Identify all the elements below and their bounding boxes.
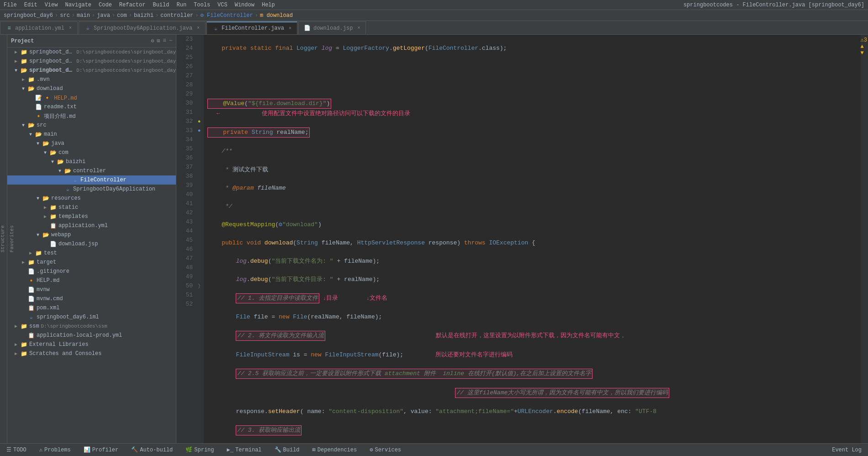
tree-item[interactable]: 📄 readme.txt xyxy=(7,102,176,111)
breadcrumb-baizhi[interactable]: baizhi xyxy=(134,12,153,19)
tree-item[interactable]: 📄 download.jsp xyxy=(7,239,176,249)
menu-tools[interactable]: Tools xyxy=(194,2,210,8)
menu-refactor[interactable]: Refactor xyxy=(119,2,146,8)
tree-item[interactable]: ▼📂 java xyxy=(7,139,176,148)
tree-item[interactable]: ▶📁 static xyxy=(7,203,176,212)
breadcrumb-main[interactable]: main xyxy=(77,12,90,19)
favorites-label[interactable]: Favorites xyxy=(9,225,15,252)
tree-item[interactable]: ▶📁 .mvn xyxy=(7,75,176,84)
breadcrumb-src[interactable]: src xyxy=(60,12,70,19)
menu-file[interactable]: File xyxy=(4,2,17,8)
tree-item[interactable]: ▼📂 com xyxy=(7,148,176,157)
menu-build[interactable]: Build xyxy=(153,2,169,8)
tree-item[interactable]: ▶📁 test xyxy=(7,249,176,258)
tree-item[interactable]: ▶📁 ssmD:\springbootcodes\ssm xyxy=(7,322,176,331)
sidebar-collapse-icon[interactable]: ≡ xyxy=(163,37,166,44)
tab-close[interactable]: × xyxy=(289,26,291,31)
menu-view[interactable]: View xyxy=(45,2,58,8)
tree-item[interactable]: ☕ SpringbootDay6Application xyxy=(7,185,176,194)
build-button[interactable]: 🔧 Build xyxy=(272,445,302,454)
menu-code[interactable]: Code xyxy=(99,2,112,8)
tab-close[interactable]: × xyxy=(69,26,72,31)
tree-item[interactable]: ▼📂 controller xyxy=(7,166,176,175)
tree-item[interactable]: ▶📁 target xyxy=(7,258,176,267)
tree-item[interactable]: ▼📂 resources xyxy=(7,194,176,203)
tab-close[interactable]: × xyxy=(357,26,360,31)
breadcrumb-com[interactable]: com xyxy=(117,12,127,19)
breadcrumb-java[interactable]: java xyxy=(97,12,110,19)
menu-window[interactable]: Window xyxy=(235,2,254,8)
code-content[interactable]: private static final Logger log = Logger… xyxy=(204,35,861,443)
tree-item[interactable]: ▼📂 main xyxy=(7,130,176,139)
dependencies-label: Dependencies xyxy=(318,447,357,453)
spring-button[interactable]: 🌿 Spring xyxy=(183,445,217,454)
profiler-label: Profiler xyxy=(92,447,119,453)
terminal-button[interactable]: ▶_ Terminal xyxy=(224,445,265,454)
spring-icon: 🌿 xyxy=(185,446,192,453)
code-area: 2324252627 28293031 32333435 36373839 40… xyxy=(176,35,868,443)
breadcrumb-project[interactable]: springboot_day6 xyxy=(4,12,53,19)
tree-item[interactable]: 📋 application.yml xyxy=(7,221,176,230)
profiler-button[interactable]: 📊 Profiler xyxy=(81,445,122,454)
project-title: springbootcodes - FileController.java [s… xyxy=(683,2,864,8)
profiler-icon: 📊 xyxy=(84,446,90,453)
todo-button[interactable]: ☰ TODO xyxy=(4,445,29,454)
terminal-icon: ▶_ xyxy=(227,446,233,453)
menu-navigate[interactable]: Navigate xyxy=(65,2,91,8)
tree-item[interactable]: ▼📂 springboot_day6D:\springbootcodes\spr… xyxy=(7,66,176,75)
tree-item[interactable]: 📝 🔸 HELP.md xyxy=(7,93,176,102)
tab-application-yml[interactable]: ≡ application.yml × xyxy=(0,21,78,34)
tab-springbootday6app[interactable]: ☕ SpringbootDay6Application.java × xyxy=(79,21,206,34)
structure-label[interactable]: Structure xyxy=(0,225,5,252)
tree-item[interactable]: ▶📁 springboot_day4D:\springbootcodes\spr… xyxy=(7,48,176,57)
tree-item[interactable]: 📄 mvnw xyxy=(7,285,176,294)
tab-label: download.jsp xyxy=(313,25,353,32)
tree-item[interactable]: ▶📁 External Libraries xyxy=(7,340,176,349)
tree-item-filecontroller[interactable]: ☕ FileController xyxy=(7,175,176,185)
java-icon: ☕ xyxy=(85,25,91,32)
tree-item[interactable]: 🔸 项目介绍.md xyxy=(7,111,176,121)
breadcrumb-file-controller[interactable]: ⚙ FileController xyxy=(201,12,253,19)
breadcrumb-method[interactable]: m download xyxy=(260,12,293,19)
tree-item[interactable]: ▶📁 templates xyxy=(7,212,176,221)
tree-item[interactable]: ▶📁 Scratches and Consoles xyxy=(7,349,176,358)
event-log-button[interactable]: Event Log xyxy=(829,446,864,454)
tab-label: application.yml xyxy=(15,25,64,32)
tree-item[interactable]: 📋 application-local-prod.yml xyxy=(7,331,176,340)
tree-item[interactable]: 🔸 HELP.md xyxy=(7,276,176,285)
menu-run[interactable]: Run xyxy=(176,2,186,8)
problems-icon: ⚠ xyxy=(39,446,42,453)
auto-build-label: Auto-build xyxy=(140,447,173,453)
build-label: Build xyxy=(283,447,300,453)
dependencies-button[interactable]: ⊞ Dependencies xyxy=(310,445,360,454)
todo-icon: ☰ xyxy=(6,446,11,453)
tree-item[interactable]: ▼📂 baizhi xyxy=(7,157,176,166)
gutter-icons: ● ● } xyxy=(195,35,204,443)
tree-item[interactable]: 📄 .gitignore xyxy=(7,267,176,276)
services-button[interactable]: ⚙ Services xyxy=(367,445,404,454)
menu-help[interactable]: Help xyxy=(262,2,275,8)
problems-button[interactable]: ⚠ Problems xyxy=(37,445,74,454)
tab-filecontroller[interactable]: ☕ FileController.java × xyxy=(206,21,297,34)
menu-edit[interactable]: Edit xyxy=(24,2,37,8)
sidebar-settings-icon[interactable]: ⚙ xyxy=(151,37,154,44)
breadcrumb-controller[interactable]: controller xyxy=(160,12,193,19)
tree-item[interactable]: ▶📁 springboot_day5D:\springbootcodes\spr… xyxy=(7,57,176,66)
menu-vcs[interactable]: VCS xyxy=(217,2,228,8)
bottom-bar: ☰ TODO ⚠ Problems 📊 Profiler 🔨 Auto-buil… xyxy=(0,443,868,456)
tree-item[interactable]: ☕ springboot_day6.iml xyxy=(7,313,176,322)
sidebar-close-icon[interactable]: − xyxy=(169,37,172,44)
tree-item[interactable]: ▼📂 src xyxy=(7,121,176,130)
auto-build-button[interactable]: 🔨 Auto-build xyxy=(128,445,175,454)
main-area: Structure Favorites Project ⚙ ⊞ ≡ − ▶📁 s… xyxy=(0,35,868,443)
tree-item[interactable]: ▼📂 webapp xyxy=(7,230,176,239)
breadcrumb: springboot_day6 › src › main › java › co… xyxy=(0,10,868,21)
tree-item[interactable]: 📄 mvnw.cmd xyxy=(7,294,176,303)
sidebar-layout-icon[interactable]: ⊞ xyxy=(157,37,160,44)
tab-label: FileController.java xyxy=(222,25,284,32)
tab-download-jsp[interactable]: 📄 download.jsp × xyxy=(298,21,366,34)
tab-close[interactable]: × xyxy=(197,26,200,31)
tree-item[interactable]: 📋 pom.xml xyxy=(7,303,176,313)
menu-bar: File Edit View Navigate Code Refactor Bu… xyxy=(0,0,868,10)
tree-item[interactable]: ▼📂 download xyxy=(7,84,176,93)
